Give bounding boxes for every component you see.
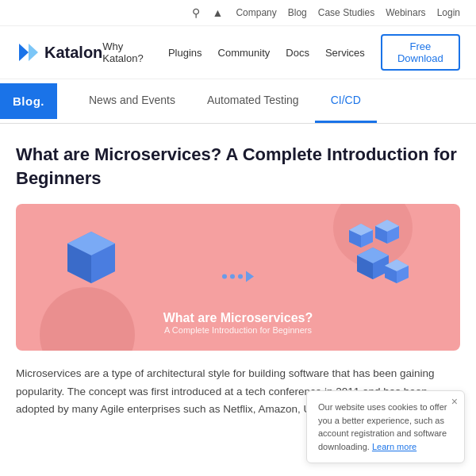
blog-tabs-bar: Blog. News and Events Automated Testing … bbox=[0, 79, 476, 124]
blog-badge: Blog. bbox=[0, 83, 57, 119]
arrow-head bbox=[246, 271, 254, 282]
hero-sub-text: A Complete Introduction for Beginners bbox=[16, 325, 460, 335]
main-content: What are Microservices? A Complete Intro… bbox=[0, 124, 476, 434]
dot-1 bbox=[222, 274, 227, 278]
hero-text-overlay: What are Microservices? A Complete Intro… bbox=[16, 311, 460, 335]
tab-ci-cd[interactable]: CI/CD bbox=[315, 79, 377, 123]
main-nav-links: Why Katalon? Plugins Community Docs Serv… bbox=[102, 34, 460, 71]
free-download-button[interactable]: Free Download bbox=[381, 34, 460, 71]
cookie-learn-more-link[interactable]: Learn more bbox=[372, 442, 416, 451]
cubes-right-svg bbox=[349, 220, 416, 295]
main-navigation: Katalon Why Katalon? Plugins Community D… bbox=[0, 26, 476, 79]
top-nav-links: Company Blog Case Studies Webinars Login bbox=[236, 7, 460, 18]
hero-image: What are Microservices? A Complete Intro… bbox=[16, 204, 460, 351]
top-nav-webinars[interactable]: Webinars bbox=[386, 7, 425, 18]
hero-main-text: What are Microservices? bbox=[16, 311, 460, 325]
cube-left-svg bbox=[63, 228, 119, 287]
github-icon[interactable]: ▲ bbox=[213, 6, 224, 19]
top-nav-company[interactable]: Company bbox=[236, 7, 276, 18]
top-nav-login[interactable]: Login bbox=[437, 7, 460, 18]
logo[interactable]: Katalon bbox=[16, 40, 102, 64]
svg-marker-0 bbox=[19, 44, 29, 61]
microservices-cubes bbox=[349, 220, 416, 298]
katalon-logo-icon bbox=[16, 40, 40, 64]
nav-community[interactable]: Community bbox=[218, 47, 271, 59]
nav-why-katalon[interactable]: Why Katalon? bbox=[102, 40, 152, 64]
logo-text: Katalon bbox=[44, 44, 102, 62]
dot-2 bbox=[230, 274, 235, 278]
nav-services[interactable]: Services bbox=[325, 47, 365, 59]
arrow-indicator bbox=[222, 271, 254, 282]
cookie-notice: × Our website uses cookies to offer you … bbox=[306, 390, 465, 463]
tab-automated-testing[interactable]: Automated Testing bbox=[191, 79, 315, 123]
search-icon[interactable]: ⚲ bbox=[192, 6, 200, 19]
svg-marker-1 bbox=[29, 44, 38, 61]
article-title: What are Microservices? A Complete Intro… bbox=[16, 143, 460, 190]
nav-plugins[interactable]: Plugins bbox=[168, 47, 202, 59]
top-navigation: ⚲ ▲ Company Blog Case Studies Webinars L… bbox=[0, 0, 476, 26]
top-nav-blog[interactable]: Blog bbox=[288, 7, 307, 18]
tab-news-and-events[interactable]: News and Events bbox=[73, 79, 191, 123]
cookie-close-button[interactable]: × bbox=[451, 396, 458, 407]
nav-docs[interactable]: Docs bbox=[286, 47, 309, 59]
monolith-cube bbox=[63, 228, 119, 290]
dot-3 bbox=[238, 274, 243, 278]
top-nav-case-studies[interactable]: Case Studies bbox=[318, 7, 374, 18]
blog-tabs: News and Events Automated Testing CI/CD bbox=[57, 79, 393, 123]
